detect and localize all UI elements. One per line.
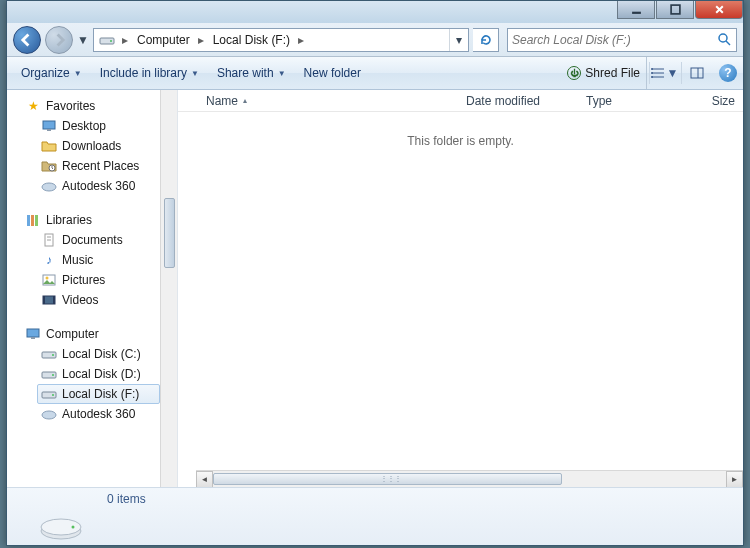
forward-button[interactable] (45, 26, 73, 54)
newfolder-label: New folder (304, 66, 361, 80)
nav-item-autodesk360-2[interactable]: Autodesk 360 (7, 404, 177, 424)
view-options-button[interactable]: ▼ (649, 62, 679, 84)
svg-rect-1 (671, 5, 680, 14)
nav-item-recent-places[interactable]: Recent Places (7, 156, 177, 176)
drive-icon (41, 366, 57, 382)
file-list-area[interactable]: Name▴ Date modified Type Size This folde… (178, 90, 743, 487)
scrollbar-thumb[interactable] (213, 473, 562, 485)
chevron-down-icon: ▼ (278, 69, 286, 78)
col-label: Date modified (466, 94, 540, 108)
horizontal-scrollbar[interactable]: ◄ ► (196, 470, 743, 487)
drive-large-icon (37, 505, 85, 541)
chevron-right-icon[interactable]: ▸ (195, 33, 207, 47)
item-label: Downloads (62, 139, 121, 153)
favorites-label: Favorites (46, 99, 95, 113)
nav-item-desktop[interactable]: Desktop (7, 116, 177, 136)
libraries-group[interactable]: Libraries (7, 210, 177, 230)
scrollbar-thumb[interactable] (164, 198, 175, 268)
favorites-group[interactable]: ★Favorites (7, 96, 177, 116)
svg-point-25 (46, 277, 49, 280)
maximize-button[interactable] (656, 1, 694, 19)
scroll-left-button[interactable]: ◄ (196, 471, 213, 488)
nav-item-pictures[interactable]: Pictures (7, 270, 177, 290)
new-folder-button[interactable]: New folder (296, 61, 369, 85)
chevron-right-icon[interactable]: ▸ (119, 33, 131, 47)
nav-item-music[interactable]: ♪Music (7, 250, 177, 270)
share-with-menu[interactable]: Share with▼ (209, 61, 294, 85)
nav-item-localdisk-f[interactable]: Local Disk (F:) (37, 384, 160, 404)
col-label: Size (712, 94, 735, 108)
svg-rect-28 (53, 296, 55, 304)
chevron-down-icon: ▼ (667, 66, 679, 80)
breadcrumb-localdisk-f[interactable]: Local Disk (F:) (207, 29, 295, 51)
svg-point-39 (41, 519, 81, 535)
back-button[interactable] (13, 26, 41, 54)
folder-icon (41, 138, 57, 154)
svg-rect-20 (35, 215, 38, 226)
cloud-icon (41, 406, 57, 422)
search-input[interactable] (512, 33, 716, 47)
svg-point-34 (52, 374, 54, 376)
svg-rect-27 (43, 296, 45, 304)
scroll-track[interactable] (213, 471, 726, 487)
cloud-icon (41, 178, 57, 194)
item-label: Videos (62, 293, 98, 307)
item-label: Local Disk (D:) (62, 367, 141, 381)
history-dropdown[interactable]: ▼ (77, 29, 89, 51)
close-button[interactable] (695, 1, 743, 19)
nav-item-downloads[interactable]: Downloads (7, 136, 177, 156)
explorer-window: ▼ ▸ Computer ▸ Local Disk (F:) ▸ ▾ Organ… (6, 0, 744, 546)
include-in-library-menu[interactable]: Include in library▼ (92, 61, 207, 85)
chevron-down-icon: ▼ (191, 69, 199, 78)
pictures-icon (41, 272, 57, 288)
navpane-scrollbar[interactable] (160, 90, 177, 487)
nav-item-localdisk-d[interactable]: Local Disk (D:) (7, 364, 177, 384)
power-icon: ⏻ (567, 66, 581, 80)
chevron-right-icon[interactable]: ▸ (295, 33, 307, 47)
svg-point-37 (42, 411, 56, 419)
svg-rect-18 (27, 215, 30, 226)
column-size[interactable]: Size (678, 94, 743, 108)
address-dropdown[interactable]: ▾ (449, 29, 467, 51)
address-bar[interactable]: ▸ Computer ▸ Local Disk (F:) ▸ ▾ (93, 28, 469, 52)
nav-item-localdisk-c[interactable]: Local Disk (C:) (7, 344, 177, 364)
help-button[interactable]: ? (719, 64, 737, 82)
column-date[interactable]: Date modified (458, 94, 578, 108)
recent-icon (41, 158, 57, 174)
videos-icon (41, 292, 57, 308)
item-label: Documents (62, 233, 123, 247)
computer-group[interactable]: Computer (7, 324, 177, 344)
svg-point-4 (719, 34, 727, 42)
item-label: Pictures (62, 273, 105, 287)
nav-item-videos[interactable]: Videos (7, 290, 177, 310)
item-label: Local Disk (C:) (62, 347, 141, 361)
chevron-down-icon: ▼ (74, 69, 82, 78)
scroll-right-button[interactable]: ► (726, 471, 743, 488)
title-bar[interactable] (7, 1, 743, 23)
item-count: 0 items (107, 492, 146, 506)
shred-file-button[interactable]: ⏻Shred File (561, 57, 647, 89)
refresh-button[interactable] (473, 28, 499, 52)
item-label: Recent Places (62, 159, 139, 173)
column-type[interactable]: Type (578, 94, 678, 108)
sort-indicator-icon: ▴ (243, 96, 247, 105)
shred-label: Shred File (585, 66, 640, 80)
organize-menu[interactable]: Organize▼ (13, 61, 90, 85)
svg-point-11 (651, 76, 653, 78)
item-label: Desktop (62, 119, 106, 133)
status-bar: 0 items (7, 487, 743, 545)
preview-pane-button[interactable] (681, 62, 711, 84)
svg-point-9 (651, 68, 653, 70)
column-name[interactable]: Name▴ (198, 94, 458, 108)
nav-item-autodesk360[interactable]: Autodesk 360 (7, 176, 177, 196)
svg-point-10 (651, 72, 653, 74)
search-icon[interactable] (716, 33, 732, 46)
empty-folder-message: This folder is empty. (178, 134, 743, 148)
search-box[interactable] (507, 28, 737, 52)
minimize-button[interactable] (617, 1, 655, 19)
item-label: Music (62, 253, 93, 267)
navigation-pane: ★Favorites Desktop Downloads Recent Plac… (7, 90, 177, 487)
drive-icon (41, 346, 57, 362)
breadcrumb-computer[interactable]: Computer (131, 29, 195, 51)
nav-item-documents[interactable]: Documents (7, 230, 177, 250)
